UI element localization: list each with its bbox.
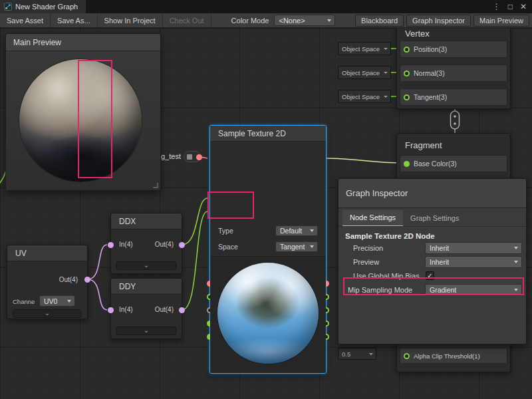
check-out-button: Check Out [163, 13, 211, 28]
resize-grip-icon[interactable] [153, 183, 158, 188]
property-label: g_test [161, 152, 181, 160]
position-space-value: Object Space [342, 45, 380, 53]
ddx-collapse-button[interactable]: ⌄ [116, 261, 176, 270]
ddy-out-port[interactable] [179, 307, 185, 313]
color-mode-label: Color Mode [211, 17, 275, 25]
node-preview-area [210, 256, 326, 373]
ddx-node[interactable]: DDX In(4) Out(4) ⌄ [110, 213, 182, 274]
ddy-collapse-button[interactable]: ⌄ [116, 327, 176, 335]
alpha-clip-label: Alpha Clip Threshold(1) [414, 352, 480, 360]
color-mode-value: <None> [279, 17, 305, 25]
uv-channel-dropdown[interactable]: UV0 [39, 295, 75, 307]
base-color-label: Base Color(3) [414, 160, 457, 168]
ddx-out-label: Out(4) [155, 241, 174, 248]
graph-inspector-toggle-button[interactable]: Graph Inspector [406, 15, 471, 27]
space-value: Tangent [280, 243, 305, 251]
property-out-port[interactable] [196, 154, 202, 160]
property-node[interactable] [184, 151, 201, 162]
chevron-down-icon: ⌄ [45, 309, 50, 317]
ddy-node[interactable]: DDY In(4) Out(4) ⌄ [110, 278, 182, 339]
precision-label: Precision [353, 244, 383, 252]
ddx-out-port[interactable] [179, 242, 185, 248]
normal-space-value: Object Space [342, 69, 380, 76]
type-value: Default [280, 227, 302, 235]
uv-node-title: UV [7, 245, 87, 261]
sample-texture-node-title: Sample Texture 2D [210, 126, 326, 142]
window-controls: ⋮ □ ✕ [493, 2, 532, 11]
sample-texture-2d-node[interactable]: Sample Texture 2D Texture(T2) RGBA(4) UV… [209, 125, 327, 374]
type-dropdown[interactable]: Default [275, 225, 318, 236]
precision-value: Inherit [430, 244, 449, 252]
base-color-port[interactable] [404, 161, 410, 167]
maximize-icon[interactable]: □ [508, 2, 513, 11]
main-preview-toggle-button[interactable]: Main Preview [473, 15, 529, 27]
fragment-node-title: Fragment [405, 140, 442, 150]
alpha-clip-value-field[interactable]: 0.5 [338, 348, 376, 360]
normal-port[interactable] [404, 70, 410, 76]
inspector-heading: Sample Texture 2D Node [345, 232, 435, 240]
position-space-dropdown[interactable]: Object Space [338, 42, 391, 55]
tangent-space-value: Object Space [342, 93, 380, 100]
fragment-row-alpha-clip[interactable]: Alpha Clip Threshold(1) [400, 348, 507, 364]
uv-out-label: Out(4) [59, 276, 78, 283]
vertex-row-normal[interactable]: Normal(3) [400, 65, 507, 82]
normal-label: Normal(3) [414, 69, 445, 77]
normal-space-dropdown[interactable]: Object Space [338, 66, 391, 79]
main-preview-title: Main Preview [13, 38, 61, 47]
fragment-row-base-color[interactable]: Base Color(3) [400, 155, 507, 172]
tangent-port[interactable] [404, 94, 410, 100]
ddy-in-label: In(4) [119, 306, 133, 313]
texture-preview-sphere [217, 263, 319, 364]
space-dropdown[interactable]: Tangent [275, 241, 318, 252]
alpha-clip-value: 0.5 [342, 350, 350, 358]
ddx-in-port[interactable] [108, 242, 114, 248]
ddy-io-row: In(4) Out(4) [111, 300, 182, 321]
blackboard-toggle-button[interactable]: Blackboard [355, 15, 404, 27]
shader-graph-tab[interactable]: New Shader Graph [0, 0, 86, 13]
position-port[interactable] [404, 47, 410, 53]
ddy-in-port[interactable] [108, 307, 114, 313]
mip-bias-label: Use Global Mip Bias [353, 272, 420, 280]
show-in-project-button[interactable]: Show In Project [98, 13, 163, 28]
mip-mode-label: Mip Sampling Mode [348, 286, 412, 294]
chevron-down-icon: ⌄ [144, 261, 149, 269]
window-title: New Shader Graph [15, 3, 78, 11]
alpha-clip-port[interactable] [404, 353, 410, 359]
uv-node[interactable]: UV Out(4) Channe UV0 ⌄ [7, 245, 88, 319]
main-preview-body [6, 51, 160, 190]
tab-graph-settings[interactable]: Graph Settings [403, 211, 466, 226]
uv-out-port[interactable] [84, 277, 90, 283]
position-label: Position(3) [414, 45, 447, 53]
tangent-label: Tangent(3) [414, 93, 447, 101]
vertex-node[interactable]: Vertex Position(3) Normal(3) Tangent(3) [396, 20, 511, 109]
graph-inspector-header[interactable]: Graph Inspector [338, 179, 526, 208]
type-label: Type [218, 227, 233, 235]
main-preview-panel: Main Preview [5, 33, 161, 191]
ddx-in-label: In(4) [119, 241, 133, 248]
close-icon[interactable]: ✕ [520, 2, 527, 11]
preview-label: Preview [353, 258, 379, 266]
preview-dropdown[interactable]: Inherit [425, 256, 522, 268]
color-mode-dropdown[interactable]: <None> [274, 15, 335, 26]
vertex-row-tangent[interactable]: Tangent(3) [400, 88, 507, 106]
shader-graph-icon [4, 3, 12, 11]
uv-collapse-button[interactable]: ⌄ [13, 309, 81, 318]
tab-node-settings[interactable]: Node Settings [342, 210, 403, 226]
precision-dropdown[interactable]: Inherit [425, 242, 522, 254]
tangent-space-dropdown[interactable]: Object Space [338, 90, 391, 103]
ddy-out-label: Out(4) [155, 306, 174, 313]
mip-bias-checkbox[interactable]: ✓ [426, 271, 434, 280]
save-as-button[interactable]: Save As... [51, 13, 98, 28]
main-preview-header[interactable]: Main Preview [6, 34, 160, 51]
chevron-down-icon: ⌄ [144, 327, 149, 334]
ddy-node-title: DDY [111, 279, 182, 295]
save-asset-button[interactable]: Save Asset [0, 13, 51, 28]
check-icon: ✓ [427, 272, 432, 279]
vertex-row-position[interactable]: Position(3) [400, 41, 507, 58]
kebab-menu-icon[interactable]: ⋮ [493, 2, 501, 11]
vertex-node-title: Vertex [405, 29, 430, 39]
preview-value: Inherit [430, 258, 449, 266]
graph-inspector-title: Graph Inspector [346, 188, 408, 198]
graph-inspector-panel: Graph Inspector Node Settings Graph Sett… [338, 178, 527, 344]
mip-mode-dropdown[interactable]: Gradient [425, 284, 522, 296]
